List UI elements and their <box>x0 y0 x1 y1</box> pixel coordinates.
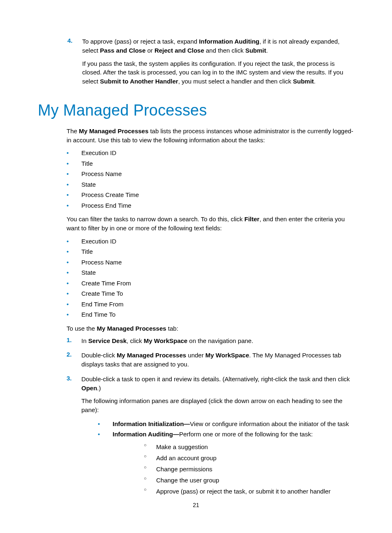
list-item: Process Name <box>67 257 354 268</box>
step3-text: Double-click a task to open it and revie… <box>81 375 354 393</box>
ordered-step-3: 3. Double-click a task to open it and re… <box>38 375 354 499</box>
text: You can filter the tasks to narrow down … <box>67 216 244 222</box>
ordered-step-2: 2. Double-click My Managed Processes und… <box>38 351 354 373</box>
bold-text: Filter <box>244 216 260 222</box>
step4-para1: To approve (pass) or reject a task, expa… <box>82 37 354 55</box>
step-number: 1. <box>67 336 81 350</box>
step2-text: Double-click My Managed Processes under … <box>81 351 354 369</box>
list-item: Title <box>67 158 354 169</box>
text: tab: <box>166 325 178 332</box>
list-item: Process End Time <box>67 200 354 211</box>
list-item: Process Create Time <box>67 190 354 200</box>
intro-paragraph: The My Managed Processes tab lists the p… <box>38 127 354 145</box>
text: , you must select a handler and then cli… <box>178 78 293 85</box>
list-item: End Time From <box>67 299 354 310</box>
use-intro: To use the My Managed Processes tab: <box>38 324 354 333</box>
text: To approve (pass) or reject a task, expa… <box>82 38 199 45</box>
step-body: In Service Desk, click My WorkSpace on t… <box>81 336 354 350</box>
bold-text: Submit <box>293 78 314 85</box>
step-number: 3. <box>67 375 81 499</box>
text: Double-click a task to open it and revie… <box>81 375 350 382</box>
list-item: Execution ID <box>67 236 354 247</box>
audit-actions-list: Make a suggestion Add an account group C… <box>113 441 354 497</box>
text: . <box>266 47 268 54</box>
filter-fields-list: Execution ID Title Process Name State Cr… <box>38 236 354 320</box>
step1-text: In Service Desk, click My WorkSpace on t… <box>81 336 354 345</box>
step4-para2: If you pass the task, the system applies… <box>82 59 354 86</box>
text: under <box>186 352 205 359</box>
text: View or configure information about the … <box>190 420 349 427</box>
ordered-step-1: 1. In Service Desk, click My WorkSpace o… <box>38 336 354 350</box>
step-number: 2. <box>67 351 81 373</box>
list-item: Information Initialization—View or confi… <box>98 419 354 429</box>
bold-text: Information Initialization— <box>113 420 190 427</box>
text: and then click <box>204 47 245 54</box>
text: To use the <box>67 325 97 332</box>
text: . <box>314 78 316 85</box>
text: In <box>81 337 88 344</box>
filter-intro: You can filter the tasks to narrow down … <box>38 215 354 233</box>
list-item: Approve (pass) or reject the task, or su… <box>144 486 354 497</box>
bold-text: Information Auditing <box>199 38 259 45</box>
bold-text: Submit to Another Handler <box>100 78 178 85</box>
step-number: 4. <box>67 37 82 90</box>
list-item: Process Name <box>67 169 354 179</box>
list-item: Add an account group <box>144 452 354 463</box>
step-body: Double-click My Managed Processes under … <box>81 351 354 373</box>
info-panes-list: Information Initialization—View or confi… <box>81 419 354 497</box>
step3-followup: The following information panes are disp… <box>81 396 354 415</box>
view-fields-list: Execution ID Title Process Name State Pr… <box>38 148 354 211</box>
bold-text: Reject and Close <box>154 47 204 54</box>
text: The <box>67 127 79 134</box>
step-body: To approve (pass) or reject a task, expa… <box>82 37 354 90</box>
bold-text: Service Desk <box>88 337 127 344</box>
page-number: 21 <box>0 502 392 508</box>
list-item: Create Time To <box>67 288 354 299</box>
section-heading: My Managed Processes <box>38 102 354 119</box>
ordered-step-4: 4. To approve (pass) or reject a task, e… <box>38 37 354 90</box>
bold-text: Submit <box>245 47 266 54</box>
list-item: Create Time From <box>67 278 354 289</box>
list-item: Title <box>67 246 354 257</box>
bold-text: My Managed Processes <box>97 325 166 332</box>
bold-text: Pass and Close <box>100 47 145 54</box>
step-body: Double-click a task to open it and revie… <box>81 375 354 499</box>
text: or <box>145 47 154 54</box>
text: , click <box>127 337 144 344</box>
text: .) <box>97 385 101 392</box>
text: Double-click <box>81 352 117 359</box>
bold-text: My WorkSpace <box>144 337 187 344</box>
list-item: End Time To <box>67 309 354 320</box>
content-area: 4. To approve (pass) or reject a task, e… <box>38 37 354 499</box>
bold-text: Open <box>81 385 97 392</box>
document-page: 4. To approve (pass) or reject a task, e… <box>0 0 392 533</box>
list-item: Information Auditing—Perform one or more… <box>98 429 354 497</box>
list-item: Change the user group <box>144 475 354 486</box>
text: Perform one or more of the following for… <box>179 431 313 438</box>
list-item: State <box>67 179 354 190</box>
list-item: Make a suggestion <box>144 441 354 452</box>
list-item: Change permissions <box>144 463 354 475</box>
bold-text: Information Auditing— <box>113 431 179 438</box>
list-item: State <box>67 267 354 278</box>
list-item: Execution ID <box>67 148 354 158</box>
bold-text: My Managed Processes <box>79 127 148 134</box>
text: on the navigation pane. <box>187 337 253 344</box>
bold-text: My WorkSpace <box>205 352 249 359</box>
bold-text: My Managed Processes <box>117 352 186 359</box>
